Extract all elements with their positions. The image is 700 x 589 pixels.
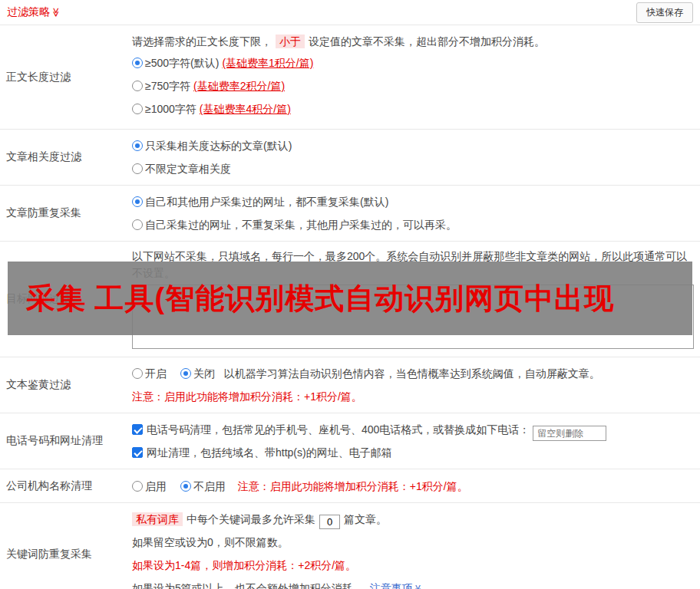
intro-highlight-lessthan: 小于	[276, 35, 305, 48]
porn-filter-options: 开启 关闭 以机器学习算法自动识别色情内容，当色情概率达到系统阈值，自动屏蔽文章…	[132, 362, 694, 385]
porn-filter-content: 开启 关闭 以机器学习算法自动识别色情内容，当色情概率达到系统阈值，自动屏蔽文章…	[132, 357, 700, 413]
watermark-text: 采集 工具(智能识别模式自动识别网页中出现	[8, 279, 614, 318]
label-keyword-dedup: 关键词防重复采集	[0, 503, 132, 589]
fee-note-1000: (基础费率4积分/篇)	[200, 103, 291, 115]
checkbox-url-clean[interactable]	[132, 447, 143, 458]
length-filter-content: 请选择需求的正文长度下限，小于设定值的文章不采集，超出部分不增加积分消耗。 ≥5…	[132, 25, 700, 129]
radio-dedup-self[interactable]	[132, 219, 143, 230]
page-title: 过滤策略	[7, 5, 50, 18]
radio-length-1000[interactable]	[132, 104, 143, 114]
radio-relevance-strict[interactable]	[132, 140, 143, 151]
phone-url-clean-content: 电话号码清理，包括常见的手机号、座机号、400电话格式，或替换成如下电话： 网址…	[132, 413, 700, 469]
company-clean-note: 注意：启用此功能将增加积分消耗：+1积分/篇。	[238, 480, 468, 492]
radio-relevance-any[interactable]	[132, 163, 143, 174]
porn-filter-description: 以机器学习算法自动识别色情内容，当色情概率达到系统阈值，自动屏蔽文章。	[224, 367, 600, 380]
topbar: 过滤策略≫ 快速保存	[0, 0, 700, 25]
phone-clean-option: 电话号码清理，包括常见的手机号、座机号、400电话格式，或替换成如下电话：	[132, 418, 694, 441]
label-phone-url-clean: 电话号码和网址清理	[0, 413, 132, 469]
private-lexicon-highlight: 私有词库	[132, 512, 183, 526]
keyword-dedup-line2: 如果留空或设为0，则不限篇数。	[132, 531, 694, 554]
radio-length-500[interactable]	[132, 58, 143, 68]
radio-label: ≥750字符	[145, 80, 190, 92]
double-chevron-down-icon: ≫	[407, 584, 430, 589]
company-clean-content: 启用 不启用 注意：启用此功能将增加积分消耗：+1积分/篇。	[132, 469, 700, 502]
radio-label: ≥500字符(默认)	[145, 57, 219, 69]
radio-company-on[interactable]	[132, 481, 143, 492]
radio-porn-on[interactable]	[132, 368, 143, 379]
length-option-750: ≥750字符(基础费率2积分/篇)	[132, 74, 694, 97]
radio-label: ≥1000字符	[145, 103, 196, 115]
company-clean-options: 启用 不启用 注意：启用此功能将增加积分消耗：+1积分/篇。	[132, 475, 694, 498]
intro-text-post: 设定值的文章不采集，超出部分不增加积分消耗。	[309, 35, 545, 48]
radio-porn-off[interactable]	[180, 368, 191, 379]
row-length-filter: 正文长度过滤 请选择需求的正文长度下限，小于设定值的文章不采集，超出部分不增加积…	[0, 25, 700, 130]
dedup-option-self: 自己采集过的网址，不重复采集，其他用户采集过的，可以再采。	[132, 213, 694, 236]
radio-company-off[interactable]	[180, 481, 191, 492]
url-clean-option: 网址清理，包括纯域名、带http(s)的网址、电子邮箱	[132, 441, 694, 464]
radio-length-750[interactable]	[132, 81, 143, 91]
keyword-dedup-line1: 私有词库中每个关键词最多允许采集篇文章。	[132, 508, 694, 531]
keyword-dedup-content: 私有词库中每个关键词最多允许采集篇文章。 如果留空或设为0，则不限篇数。 如果设…	[132, 503, 700, 589]
intro-text-pre: 请选择需求的正文长度下限，	[132, 35, 272, 48]
radio-label: 不启用	[193, 480, 226, 492]
fee-note-750: (基础费率2积分/篇)	[193, 80, 285, 92]
checkbox-label: 网址清理，包括纯域名、带http(s)的网址、电子邮箱	[147, 446, 392, 459]
row-phone-url-clean: 电话号码和网址清理 电话号码清理，包括常见的手机号、座机号、400电话格式，或替…	[0, 413, 700, 469]
double-chevron-down-icon: ≫	[51, 8, 61, 18]
row-company-clean: 公司机构名称清理 启用 不启用 注意：启用此功能将增加积分消耗：+1积分/篇。	[0, 469, 700, 503]
length-filter-intro: 请选择需求的正文长度下限，小于设定值的文章不采集，超出部分不增加积分消耗。	[132, 31, 694, 51]
radio-label: 启用	[145, 480, 167, 492]
checkbox-phone-clean[interactable]	[132, 424, 143, 435]
fee-note-500: (基础费率1积分/篇)	[222, 57, 313, 69]
length-option-500: ≥500字符(默认)(基础费率1积分/篇)	[132, 51, 694, 74]
dedup-option-global: 自己和其他用户采集过的网址，都不重复采集(默认)	[132, 190, 694, 213]
keyword-dedup-text: 中每个关键词最多允许采集	[187, 513, 315, 525]
keyword-dedup-line4: 如果设为5篇或以上，也不会额外增加积分消耗。注意事项≫	[132, 577, 694, 589]
radio-label: 自己和其他用户采集过的网址，都不重复采集(默认)	[145, 196, 388, 208]
label-length-filter: 正文长度过滤	[0, 25, 132, 129]
porn-filter-note: 注意：启用此功能将增加积分消耗：+1积分/篇。	[132, 385, 694, 408]
radio-label: 开启	[145, 367, 167, 380]
row-relevance-filter: 文章相关度过滤 只采集相关度达标的文章(默认) 不限定文章相关度	[0, 130, 700, 186]
radio-label: 关闭	[193, 367, 215, 380]
row-porn-filter: 文本鉴黄过滤 开启 关闭 以机器学习算法自动识别色情内容，当色情概率达到系统阈值…	[0, 357, 700, 413]
dedup-filter-content: 自己和其他用户采集过的网址，都不重复采集(默认) 自己采集过的网址，不重复采集，…	[132, 186, 700, 241]
radio-label: 不限定文章相关度	[145, 163, 231, 175]
notes-link[interactable]: 注意事项≫	[370, 582, 423, 589]
row-keyword-dedup: 关键词防重复采集 私有词库中每个关键词最多允许采集篇文章。 如果留空或设为0，则…	[0, 503, 700, 589]
checkbox-label: 电话号码清理，包括常见的手机号、座机号、400电话格式，或替换成如下电话：	[147, 423, 530, 436]
radio-dedup-global[interactable]	[132, 196, 143, 207]
phone-replace-input[interactable]	[533, 426, 606, 441]
row-dedup-filter: 文章防重复采集 自己和其他用户采集过的网址，都不重复采集(默认) 自己采集过的网…	[0, 186, 700, 242]
relevance-filter-content: 只采集相关度达标的文章(默认) 不限定文章相关度	[132, 130, 700, 185]
keyword-dedup-text: 篇文章。	[344, 513, 387, 525]
length-option-1000: ≥1000字符(基础费率4积分/篇)	[132, 97, 694, 120]
keyword-dedup-text: 如果设为5篇或以上，也不会额外增加积分消耗。	[132, 582, 364, 589]
relevance-option-any: 不限定文章相关度	[132, 157, 694, 180]
label-company-clean: 公司机构名称清理	[0, 469, 132, 502]
quick-save-button[interactable]: 快速保存	[636, 2, 693, 23]
keyword-dedup-line3: 如果设为1-4篇，则增加积分消耗：+2积分/篇。	[132, 554, 694, 577]
keyword-count-input[interactable]	[319, 515, 340, 529]
label-relevance-filter: 文章相关度过滤	[0, 130, 132, 185]
label-porn-filter: 文本鉴黄过滤	[0, 357, 132, 413]
radio-label: 自己采集过的网址，不重复采集，其他用户采集过的，可以再采。	[145, 219, 457, 231]
section-title-toggle[interactable]: 过滤策略≫	[7, 5, 61, 19]
label-dedup-filter: 文章防重复采集	[0, 186, 132, 241]
relevance-option-strict: 只采集相关度达标的文章(默认)	[132, 134, 694, 157]
watermark-banner: 采集 工具(智能识别模式自动识别网页中出现	[8, 262, 692, 335]
radio-label: 只采集相关度达标的文章(默认)	[145, 140, 292, 152]
